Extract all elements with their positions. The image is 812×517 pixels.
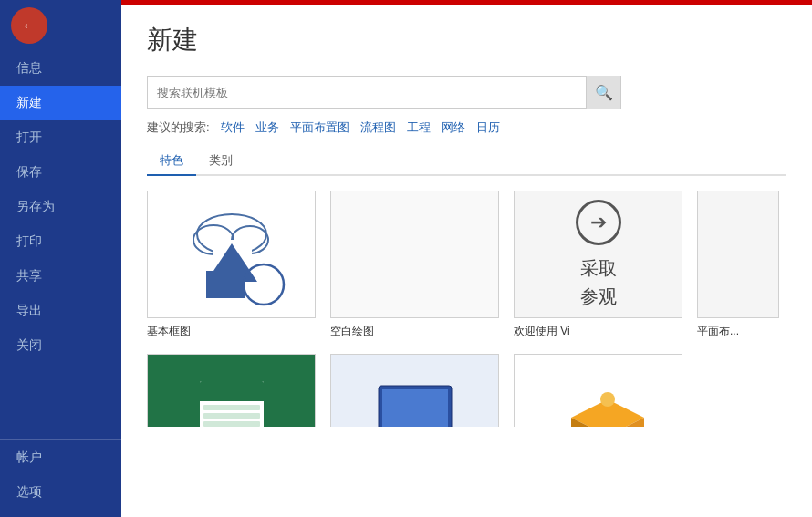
- sidebar-item-info[interactable]: 信息: [0, 51, 121, 86]
- suggest-tag-3[interactable]: 流程图: [360, 119, 396, 136]
- filter-tabs: 特色 类别: [147, 147, 786, 176]
- sidebar-item-label: 另存为: [16, 199, 55, 213]
- template-label-welcome: 欢迎使用 Vi: [514, 324, 682, 339]
- template-card-welcome[interactable]: ➔ 采取 参观 欢迎使用 Vi: [514, 191, 682, 339]
- welcome-text-1: 采取: [580, 256, 617, 281]
- suggest-label: 建议的搜索:: [147, 119, 210, 136]
- template-card-green[interactable]: [147, 354, 316, 427]
- templates-grid: 基本框图 空白绘图 ➔ 采取 参观 欢迎使用 Vi: [147, 191, 786, 339]
- suggest-tag-4[interactable]: 工程: [407, 119, 431, 136]
- welcome-arrow-icon: ➔: [576, 200, 621, 245]
- sidebar-item-account[interactable]: 帐户: [0, 440, 121, 475]
- svg-point-6: [244, 264, 284, 305]
- template-card-basic[interactable]: 基本框图: [147, 191, 316, 339]
- templates-grid-bottom: [147, 354, 786, 427]
- sidebar-item-label: 选项: [16, 484, 42, 499]
- sidebar-item-open[interactable]: 打开: [0, 120, 121, 155]
- sidebar-item-label: 信息: [16, 60, 42, 75]
- suggest-tag-0[interactable]: 软件: [221, 119, 245, 136]
- sidebar-item-close[interactable]: 关闭: [0, 328, 121, 363]
- search-input[interactable]: [148, 86, 586, 99]
- content-area: 新建 🔍 建议的搜索: 软件 业务 平面布置图 流程图 工程 网络 日历 特色: [121, 5, 812, 517]
- sidebar-item-label: 帐户: [16, 450, 42, 464]
- sidebar-item-label: 打开: [16, 129, 42, 144]
- green-row-2: [203, 413, 260, 419]
- basic-shapes-svg: [168, 200, 296, 309]
- template-thumb-green: [147, 354, 316, 427]
- svg-point-14: [600, 392, 615, 407]
- sidebar-item-label: 保存: [16, 164, 42, 179]
- sidebar-item-saveas[interactable]: 另存为: [0, 190, 121, 224]
- template-card-laptop[interactable]: [330, 354, 499, 427]
- suggest-tag-6[interactable]: 日历: [476, 119, 500, 136]
- template-label-basic: 基本框图: [147, 324, 316, 339]
- template-thumb-laptop: [330, 354, 499, 427]
- template-thumb-orange: [514, 354, 682, 427]
- green-card-header: [200, 381, 264, 401]
- tab-category-label: 类别: [209, 153, 233, 167]
- suggest-row: 建议的搜索: 软件 业务 平面布置图 流程图 工程 网络 日历: [147, 119, 786, 136]
- green-card-rows: [200, 401, 264, 427]
- sidebar-item-label: 打印: [16, 233, 42, 248]
- template-label-blank: 空白绘图: [330, 324, 499, 339]
- suggest-tag-5[interactable]: 网络: [442, 119, 465, 136]
- sidebar-item-label: 导出: [16, 303, 42, 317]
- green-thumb-inner: [148, 355, 315, 427]
- back-arrow-icon: ←: [21, 16, 37, 36]
- template-card-flat[interactable]: 平面布...: [697, 191, 779, 339]
- template-thumb-basic: [147, 191, 316, 318]
- svg-rect-8: [382, 389, 448, 427]
- sidebar-item-label: 共享: [16, 268, 42, 283]
- sidebar-item-options[interactable]: 选项: [0, 475, 121, 510]
- tab-category[interactable]: 类别: [196, 147, 245, 176]
- template-card-blank[interactable]: 空白绘图: [330, 191, 499, 339]
- sidebar-bottom: 帐户 选项: [0, 439, 121, 517]
- page-title: 新建: [147, 23, 786, 57]
- green-row-1: [203, 405, 260, 410]
- orange-3d-svg: [544, 372, 653, 427]
- sidebar-item-export[interactable]: 导出: [0, 294, 121, 328]
- svg-rect-5: [206, 271, 245, 298]
- main-content: 新建 🔍 建议的搜索: 软件 业务 平面布置图 流程图 工程 网络 日历 特色: [121, 0, 812, 517]
- tab-featured[interactable]: 特色: [147, 147, 196, 176]
- search-row: 🔍: [147, 76, 786, 109]
- sidebar-item-new[interactable]: 新建: [0, 86, 121, 120]
- template-thumb-blank: [330, 191, 499, 318]
- sidebar-item-label: 新建: [16, 95, 42, 109]
- sidebar-item-print[interactable]: 打印: [0, 224, 121, 259]
- search-box: 🔍: [147, 76, 621, 109]
- suggest-tag-2[interactable]: 平面布置图: [290, 119, 349, 136]
- welcome-text-2: 参观: [580, 284, 617, 309]
- search-icon: 🔍: [595, 84, 613, 101]
- template-card-orange[interactable]: [514, 354, 682, 427]
- welcome-card-inner: ➔ 采取 参观: [515, 191, 682, 317]
- sidebar-item-share[interactable]: 共享: [0, 259, 121, 294]
- sidebar-item-save[interactable]: 保存: [0, 155, 121, 190]
- sidebar: ← 信息 新建 打开 保存 另存为 打印 共享 导出 关闭 帐户 选项: [0, 0, 121, 517]
- green-row-3: [203, 421, 260, 427]
- laptop-svg: [360, 377, 470, 427]
- template-thumb-welcome: ➔ 采取 参观: [514, 191, 682, 318]
- template-label-flat: 平面布...: [697, 324, 779, 339]
- tab-featured-label: 特色: [160, 153, 183, 167]
- search-button[interactable]: 🔍: [586, 76, 620, 109]
- sidebar-item-label: 关闭: [16, 337, 42, 352]
- green-card-doc: [200, 381, 264, 427]
- suggest-tag-1[interactable]: 业务: [255, 119, 279, 136]
- template-thumb-flat: [697, 191, 779, 318]
- back-button[interactable]: ←: [11, 7, 47, 44]
